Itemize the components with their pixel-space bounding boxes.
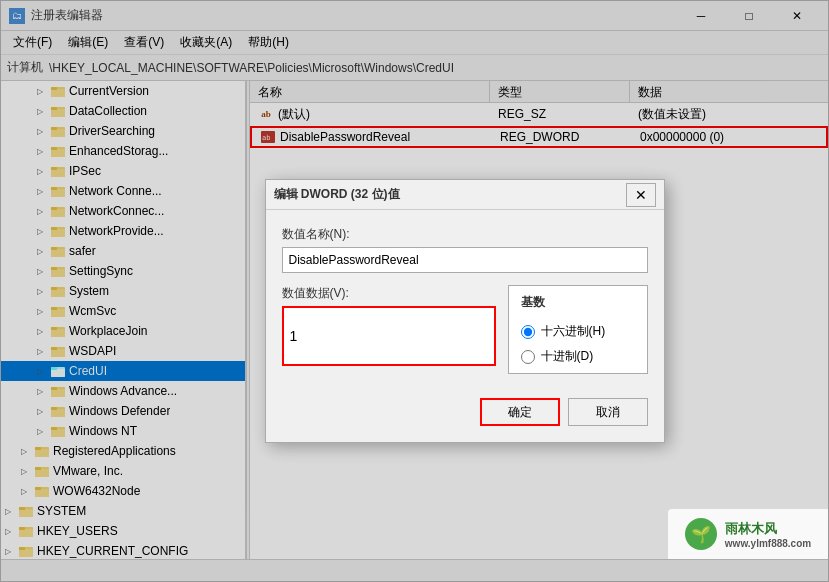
ok-button[interactable]: 确定 bbox=[480, 398, 560, 426]
base-section: 基数 十六进制(H) 十进制(D) bbox=[508, 285, 648, 374]
watermark-line1: 雨林木风 bbox=[725, 520, 811, 538]
name-field-label: 数值名称(N): bbox=[282, 226, 648, 243]
radio-group: 十六进制(H) 十进制(D) bbox=[521, 323, 635, 365]
data-field-label: 数值数据(V): bbox=[282, 285, 496, 302]
main-window: 🗂 注册表编辑器 ─ □ ✕ 文件(F) 编辑(E) 查看(V) 收藏夹(A) … bbox=[0, 0, 829, 582]
dialog-body: 数值名称(N): 数值数据(V): 基数 十六进制(H) bbox=[266, 210, 664, 390]
value-section: 数值数据(V): bbox=[282, 285, 496, 366]
radio-dec-text: 十进制(D) bbox=[541, 348, 594, 365]
dialog-overlay: 编辑 DWORD (32 位)值 ✕ 数值名称(N): 数值数据(V): bbox=[1, 1, 828, 581]
watermark-text: 雨林木风 www.ylmf888.com bbox=[725, 520, 811, 549]
radio-hex[interactable] bbox=[521, 325, 535, 339]
dialog-footer: 确定 取消 bbox=[266, 390, 664, 442]
cancel-button[interactable]: 取消 bbox=[568, 398, 648, 426]
edit-dword-dialog: 编辑 DWORD (32 位)值 ✕ 数值名称(N): 数值数据(V): bbox=[265, 179, 665, 443]
dialog-title: 编辑 DWORD (32 位)值 bbox=[274, 186, 626, 203]
radio-dec[interactable] bbox=[521, 350, 535, 364]
dialog-title-bar: 编辑 DWORD (32 位)值 ✕ bbox=[266, 180, 664, 210]
name-input[interactable] bbox=[282, 247, 648, 273]
radio-hex-label[interactable]: 十六进制(H) bbox=[521, 323, 635, 340]
watermark: 🌱 雨林木风 www.ylmf888.com bbox=[668, 509, 828, 559]
watermark-line2: www.ylmf888.com bbox=[725, 538, 811, 549]
dialog-close-button[interactable]: ✕ bbox=[626, 183, 656, 207]
name-field-group: 数值名称(N): bbox=[282, 226, 648, 273]
radio-dec-label[interactable]: 十进制(D) bbox=[521, 348, 635, 365]
watermark-logo: 🌱 bbox=[685, 518, 717, 550]
base-label: 基数 bbox=[521, 294, 635, 311]
value-data-input[interactable] bbox=[282, 306, 496, 366]
radio-hex-text: 十六进制(H) bbox=[541, 323, 606, 340]
value-base-row: 数值数据(V): 基数 十六进制(H) 十进制(D) bbox=[282, 285, 648, 374]
